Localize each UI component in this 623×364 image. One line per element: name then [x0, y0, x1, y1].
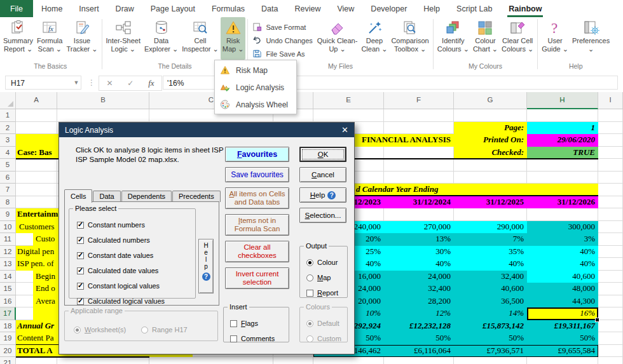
- data-explorer-button[interactable]: Data Explorer ⌄: [142, 17, 180, 60]
- cell-G6[interactable]: [454, 172, 527, 184]
- items-not-in-formula-scan-button[interactable]: Items not in Formula Scan: [225, 214, 289, 236]
- checkbox-comments[interactable]: Comments: [230, 335, 275, 342]
- row-header-15[interactable]: 15: [0, 283, 16, 295]
- row-header-10[interactable]: 10: [0, 221, 16, 234]
- dialog-tab-data[interactable]: Data: [93, 191, 120, 202]
- quick-clean-up-button[interactable]: Quick Clean- Up ⌄: [315, 17, 360, 60]
- cell-H19[interactable]: 50%: [527, 332, 598, 345]
- cell-G8[interactable]: 31/12/2025: [454, 196, 527, 209]
- cell-F6[interactable]: [384, 172, 454, 184]
- cell-I13[interactable]: [598, 258, 623, 271]
- cell-I19[interactable]: [598, 332, 623, 345]
- row-header-11[interactable]: 11: [0, 233, 16, 246]
- row-header-2[interactable]: 2: [0, 122, 16, 135]
- dialog-tab-cells[interactable]: Cells: [64, 189, 92, 203]
- checkbox-constant-numbers[interactable]: Constant numbers: [77, 221, 145, 229]
- cell-H2[interactable]: 1: [527, 122, 598, 135]
- row-header-19[interactable]: 19: [0, 332, 16, 345]
- cell-E1[interactable]: [313, 109, 384, 122]
- selection--button[interactable]: Selection...: [299, 208, 346, 223]
- help-button[interactable]: Help?: [299, 187, 346, 203]
- checkbox-flags[interactable]: Flags: [230, 320, 258, 327]
- row-header-5[interactable]: 5: [0, 159, 16, 172]
- cell-F13[interactable]: 40%: [384, 258, 454, 271]
- column-header-I[interactable]: I: [598, 92, 623, 109]
- cell-F4[interactable]: [384, 147, 454, 159]
- tab-review[interactable]: Review: [286, 0, 329, 17]
- cell-I17[interactable]: [598, 307, 623, 320]
- ok-button[interactable]: OK: [299, 147, 346, 162]
- row-header-6[interactable]: 6: [0, 172, 16, 184]
- cell-A1[interactable]: [16, 109, 57, 122]
- row-header-9[interactable]: 9: [0, 208, 16, 221]
- tab-formulas[interactable]: Formulas: [203, 0, 253, 17]
- column-header-B[interactable]: B: [57, 92, 149, 109]
- cell-G13[interactable]: 40%: [454, 258, 527, 271]
- cell-I11[interactable]: [598, 233, 623, 246]
- cell-F12[interactable]: 30%: [384, 246, 454, 259]
- cancel-button[interactable]: Cancel: [299, 167, 346, 182]
- summary-report-button[interactable]: Summary Report ⌄: [1, 17, 35, 60]
- comparison-toolbox-button[interactable]: Comparison Toolbox ⌄: [389, 17, 430, 60]
- cell-I10[interactable]: [598, 221, 623, 234]
- checkbox-report[interactable]: Report: [306, 289, 338, 297]
- deep-clean-button[interactable]: Deep Clean ⌄: [359, 17, 389, 60]
- cell-I14[interactable]: [598, 271, 623, 283]
- cell-I5[interactable]: [598, 159, 623, 172]
- cell-G3[interactable]: Printed On:: [454, 134, 527, 147]
- column-header-A[interactable]: A: [16, 92, 57, 109]
- cell-G11[interactable]: 7%: [454, 233, 527, 246]
- row-header-18[interactable]: 18: [0, 320, 16, 333]
- row-header-16[interactable]: 16: [0, 295, 16, 308]
- cell-H16[interactable]: 44,300: [527, 295, 598, 308]
- cell-H12[interactable]: 40%: [527, 246, 598, 259]
- cell-H5[interactable]: [527, 159, 598, 172]
- cell-I21[interactable]: [598, 357, 623, 364]
- checkbox-constant-date-values[interactable]: Constant date values: [77, 252, 153, 259]
- row-header-13[interactable]: 13: [0, 258, 16, 271]
- cell-F18[interactable]: £12,232,128: [384, 320, 454, 333]
- cell-H10[interactable]: 300,000: [527, 221, 598, 234]
- menu-item-analysis-wheel[interactable]: Analysis Wheel: [215, 96, 296, 113]
- dialog-tab-precedents[interactable]: Precedents: [172, 191, 221, 202]
- tab-draw[interactable]: Draw: [107, 0, 142, 17]
- cell-F1[interactable]: [384, 109, 454, 122]
- row-header-12[interactable]: 12: [0, 246, 16, 259]
- tab-insert[interactable]: Insert: [71, 0, 107, 17]
- cancel-entry-icon[interactable]: ✕: [106, 79, 113, 88]
- cell-G18[interactable]: £15,873,142: [454, 320, 527, 333]
- insert-function-icon[interactable]: fx: [148, 78, 154, 88]
- tab-page-layout[interactable]: Page Layout: [142, 0, 203, 17]
- cell-H15[interactable]: 48,000: [527, 283, 598, 295]
- cell-G9[interactable]: [454, 208, 527, 221]
- radio-colour[interactable]: Colour: [306, 259, 338, 266]
- cell-F8[interactable]: 31/12/2024: [384, 196, 454, 209]
- cell-A6[interactable]: [16, 172, 57, 184]
- row-header-20[interactable]: 20: [0, 345, 16, 358]
- cell-I2[interactable]: [598, 122, 623, 135]
- cell-G5[interactable]: [454, 159, 527, 172]
- tab-home[interactable]: Home: [33, 0, 71, 17]
- cell-G14[interactable]: 32,400: [454, 271, 527, 283]
- menu-item-logic-analysis[interactable]: Logic Analysis: [215, 79, 296, 96]
- cell-H8[interactable]: 31/12/2026: [527, 196, 598, 209]
- clear-all-checkboxes-button[interactable]: Clear all checkboxes: [225, 241, 289, 262]
- favourites-button[interactable]: Favourites: [225, 147, 289, 162]
- undo-changes-button[interactable]: Undo Changes: [250, 34, 315, 47]
- cell-A21[interactable]: [16, 357, 57, 364]
- name-box-caret-icon[interactable]: ▼: [71, 76, 81, 90]
- checkbox-constant-logical-values[interactable]: Constant logical values: [77, 282, 160, 290]
- cell-A7[interactable]: [16, 184, 57, 196]
- cell-G17[interactable]: 14%: [454, 307, 527, 320]
- name-box[interactable]: H17: [5, 76, 81, 90]
- cell-F10[interactable]: 270,000: [384, 221, 454, 234]
- row-header-14[interactable]: 14: [0, 271, 16, 283]
- close-icon[interactable]: ✕: [341, 125, 348, 135]
- dialog-tab-dependents[interactable]: Dependents: [121, 191, 172, 202]
- cell-I18[interactable]: [598, 320, 623, 333]
- tab-rainbow[interactable]: Rainbow: [500, 0, 550, 17]
- cell-H13[interactable]: 40%: [527, 258, 598, 271]
- cell-I1[interactable]: [598, 109, 623, 122]
- column-header-G[interactable]: G: [454, 92, 527, 109]
- tab-developer[interactable]: Developer: [362, 0, 415, 17]
